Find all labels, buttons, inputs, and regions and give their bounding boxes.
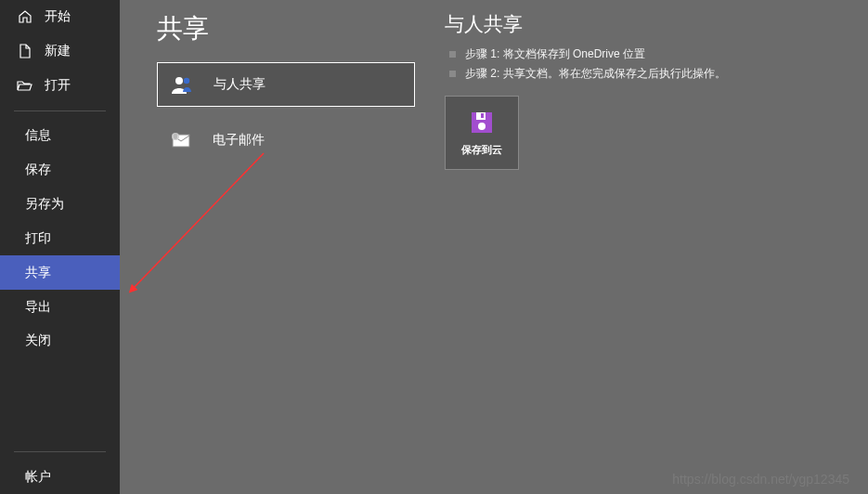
sidebar-item-label: 开始 (45, 8, 71, 25)
sidebar-item-info[interactable]: 信息 (0, 119, 120, 153)
people-icon (169, 75, 195, 94)
sidebar-item-open[interactable]: 打开 (0, 69, 120, 103)
sidebar-item-saveas[interactable]: 另存为 (0, 187, 120, 221)
divider (14, 451, 106, 452)
sidebar-item-print[interactable]: 打印 (0, 221, 120, 255)
page-title: 共享 (157, 11, 426, 46)
sidebar-item-label: 帐户 (25, 469, 51, 486)
sidebar-item-label: 另存为 (25, 196, 64, 213)
document-icon (16, 44, 34, 58)
folder-open-icon (16, 79, 34, 92)
option-email[interactable]: 电子邮件 (157, 118, 415, 162)
divider (14, 110, 106, 111)
step-text: 步骤 2: 共享文档。将在您完成保存之后执行此操作。 (465, 66, 726, 82)
sidebar-item-label: 信息 (25, 127, 51, 144)
home-icon (16, 9, 34, 24)
svg-point-1 (184, 78, 189, 84)
step-text: 步骤 1: 将文档保存到 OneDrive 位置 (465, 46, 645, 62)
sidebar-item-new[interactable]: 新建 (0, 34, 120, 69)
step-row: 步骤 2: 共享文档。将在您完成保存之后执行此操作。 (445, 66, 853, 82)
mail-icon (168, 132, 194, 149)
sidebar-item-share[interactable]: 共享 (0, 255, 120, 290)
save-to-cloud-button[interactable]: 保存到云 (445, 96, 519, 170)
sidebar-item-label: 导出 (25, 299, 51, 316)
sidebar-item-label: 共享 (25, 265, 51, 281)
svg-rect-7 (481, 113, 484, 118)
sidebar-item-label: 打印 (25, 230, 51, 247)
sidebar-item-start[interactable]: 开始 (0, 0, 120, 34)
sidebar-item-label: 保存 (25, 162, 51, 178)
option-share-people[interactable]: 与人共享 (157, 62, 415, 107)
bullet-icon (449, 71, 456, 77)
sidebar-item-label: 打开 (45, 77, 71, 94)
sidebar-item-account[interactable]: 帐户 (0, 460, 120, 494)
sidebar-item-export[interactable]: 导出 (0, 290, 120, 324)
svg-point-8 (478, 123, 486, 130)
main-panel: 共享 与人共享 电子邮件 (120, 0, 445, 494)
detail-panel: 与人共享 步骤 1: 将文档保存到 OneDrive 位置 步骤 2: 共享文档… (445, 11, 853, 170)
cloud-button-label: 保存到云 (461, 143, 502, 157)
option-label: 与人共享 (214, 76, 266, 93)
bullet-icon (449, 51, 456, 58)
detail-title: 与人共享 (445, 11, 853, 37)
step-row: 步骤 1: 将文档保存到 OneDrive 位置 (445, 46, 853, 62)
svg-rect-4 (174, 134, 177, 139)
sidebar: 开始 新建 打开 信息 保存 另存为 打印 共享 导出 关闭 帐户 (0, 0, 120, 494)
sidebar-item-close[interactable]: 关闭 (0, 324, 120, 358)
sidebar-item-label: 新建 (45, 43, 71, 59)
watermark: https://blog.csdn.net/ygp12345 (672, 472, 849, 487)
svg-point-0 (175, 77, 183, 84)
sidebar-item-save[interactable]: 保存 (0, 153, 120, 188)
option-label: 电子邮件 (213, 132, 265, 149)
save-icon (469, 110, 495, 136)
sidebar-item-label: 关闭 (25, 332, 51, 349)
